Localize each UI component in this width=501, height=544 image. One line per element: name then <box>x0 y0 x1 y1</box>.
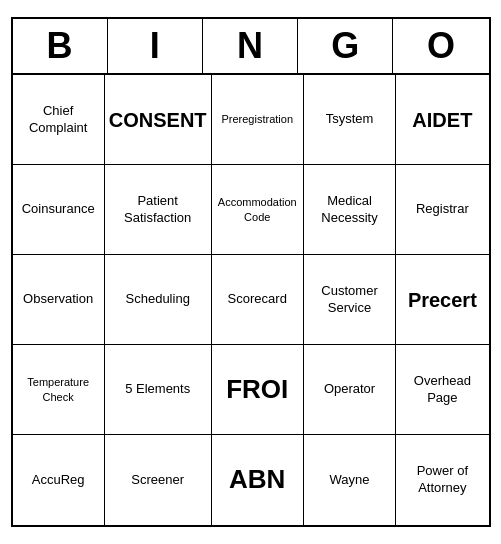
bingo-cell: Chief Complaint <box>13 75 105 165</box>
bingo-cell: Preregistration <box>212 75 304 165</box>
bingo-cell: Coinsurance <box>13 165 105 255</box>
bingo-cell: Wayne <box>304 435 396 525</box>
bingo-cell: Scheduling <box>105 255 212 345</box>
letter-i: I <box>108 19 203 73</box>
bingo-cell: Accommodation Code <box>212 165 304 255</box>
bingo-cell: AIDET <box>396 75 488 165</box>
bingo-cell: Operator <box>304 345 396 435</box>
bingo-cell: 5 Elements <box>105 345 212 435</box>
bingo-cell: CONSENT <box>105 75 212 165</box>
bingo-cell: FROI <box>212 345 304 435</box>
bingo-cell: Scorecard <box>212 255 304 345</box>
bingo-cell: Overhead Page <box>396 345 488 435</box>
letter-n: N <box>203 19 298 73</box>
bingo-cell: Observation <box>13 255 105 345</box>
bingo-cell: AccuReg <box>13 435 105 525</box>
bingo-cell: Registrar <box>396 165 488 255</box>
bingo-cell: Medical Necessity <box>304 165 396 255</box>
bingo-cell: Precert <box>396 255 488 345</box>
letter-o: O <box>393 19 488 73</box>
bingo-cell: Power of Attorney <box>396 435 488 525</box>
bingo-cell: Screener <box>105 435 212 525</box>
letter-b: B <box>13 19 108 73</box>
bingo-header: B I N G O <box>13 19 489 75</box>
bingo-cell: ABN <box>212 435 304 525</box>
bingo-cell: Customer Service <box>304 255 396 345</box>
bingo-cell: Tsystem <box>304 75 396 165</box>
bingo-cell: Patient Satisfaction <box>105 165 212 255</box>
letter-g: G <box>298 19 393 73</box>
bingo-grid: Chief ComplaintCONSENTPreregistrationTsy… <box>13 75 489 525</box>
bingo-cell: Temperature Check <box>13 345 105 435</box>
bingo-card: B I N G O Chief ComplaintCONSENTPreregis… <box>11 17 491 527</box>
